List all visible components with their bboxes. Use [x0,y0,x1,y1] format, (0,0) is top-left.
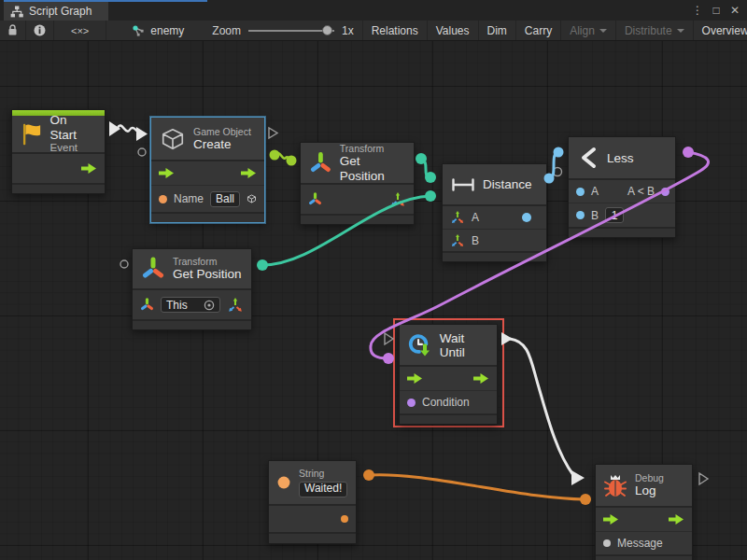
node-category: Transform [173,256,242,267]
node-category: Game Object [193,126,251,137]
node-on-start[interactable]: On Start Event [11,109,106,194]
node-get-position-top[interactable]: Transform Get Position [300,142,415,225]
less-input-b-port[interactable] [576,211,585,219]
node-create[interactable]: Game Object Create Name Ba [150,117,265,223]
tab-script-graph[interactable]: Script Graph [4,2,108,21]
zoom-label: Zoom [212,24,241,37]
bug-icon [603,473,627,498]
node-footer [443,253,546,261]
window-controls: ⋮ □ ✕ [690,0,747,21]
gameobject-output-port[interactable] [247,191,257,206]
node-wait-until[interactable]: Wait Until Condition [399,324,498,425]
node-header: Less [569,137,675,178]
port-a-label: A [472,211,479,224]
distance-output-port[interactable] [522,213,531,222]
node-category: Debug [635,472,664,483]
transform-input-port[interactable] [308,192,322,206]
toolbar-spacer [106,21,123,40]
values-button[interactable]: Values [428,21,479,40]
node-title: On Start [50,113,96,142]
control-output-port[interactable] [669,513,684,525]
control-input-port[interactable] [159,167,175,179]
code-icon: <×> [71,25,89,36]
b-value-field[interactable]: 1 [605,207,624,223]
node-header: On Start Event [12,116,105,152]
name-port-label: Name [174,192,204,205]
graph-node-icon [132,24,145,37]
distribute-label: Distribute [625,24,672,37]
node-category: Transform [340,143,405,154]
control-input-port[interactable] [603,513,619,525]
control-output-port[interactable] [473,372,489,385]
node-title: Distance [483,177,532,191]
overview-button[interactable]: Overview [694,21,747,40]
control-input-port[interactable] [407,372,423,385]
port-b-label: B [591,209,599,222]
lock-button[interactable] [0,21,26,40]
maximize-icon[interactable]: □ [709,2,724,19]
zoom-slider-handle[interactable] [322,25,332,35]
node-subtitle: Event [50,142,96,154]
node-header: Game Object Create [151,118,264,160]
string-output-port[interactable] [341,515,348,523]
vector3-input-port-b[interactable] [450,233,465,248]
control-output-port[interactable] [241,167,257,179]
graph-hierarchy-icon [10,6,23,18]
node-header: String Waited! [269,461,356,504]
node-title: Get Position [173,267,242,282]
name-value-text: Ball [216,192,234,205]
cube-icon [160,126,186,152]
distribute-dropdown[interactable]: Distribute [616,21,694,40]
name-input-port[interactable] [159,195,167,203]
object-picker-icon[interactable] [204,300,215,311]
transform-input-port[interactable] [140,298,154,312]
node-header: Wait Until [400,325,497,365]
b-value-text: 1 [612,209,618,222]
flag-icon [21,122,43,147]
less-input-a-port[interactable] [576,188,585,196]
close-icon[interactable]: ✕ [727,2,742,19]
menu-icon[interactable]: ⋮ [690,2,705,19]
comparison-output-label: A < B [627,185,655,198]
info-button[interactable] [26,21,54,40]
control-output-port[interactable] [81,162,97,175]
name-value-field[interactable]: Ball [210,191,240,207]
target-field[interactable]: This [161,297,220,313]
node-get-position-bottom[interactable]: Transform Get Position This [132,248,252,330]
node-string[interactable]: String Waited! [268,460,357,544]
tab-title: Script Graph [29,5,92,18]
vector3-output-port[interactable] [227,297,244,314]
chevron-down-icon [677,29,684,33]
node-footer [12,185,105,193]
less-output-port[interactable] [661,188,669,196]
vector3-input-port-a[interactable] [450,210,465,225]
code-view-button[interactable]: <×> [54,21,106,40]
node-distance[interactable]: Distance A [442,163,547,262]
zoom-value: 1x [342,24,354,37]
node-less[interactable]: Less A A < B B 1 [568,136,676,238]
zoom-slider[interactable] [248,30,334,32]
transform-icon [141,257,165,281]
condition-label: Condition [422,396,470,409]
dim-button[interactable]: Dim [479,21,516,40]
node-footer [400,415,497,424]
vector3-output-port[interactable] [389,191,406,208]
carry-button[interactable]: Carry [516,21,561,40]
graph-canvas[interactable]: On Start Event Game Object [0,41,747,560]
node-title: Create [193,137,251,152]
condition-input-port[interactable] [407,399,416,407]
node-debug-log[interactable]: Debug Log Message [595,464,693,560]
node-footer [301,216,414,224]
node-footer [596,556,692,560]
node-category: String [299,468,347,479]
relations-button[interactable]: Relations [363,21,428,40]
target-value-text: This [166,299,188,312]
node-header: Transform Get Position [133,249,251,288]
align-dropdown[interactable]: Align [561,21,616,40]
message-input-port[interactable] [603,539,611,547]
node-footer [269,534,356,543]
string-value-field[interactable]: Waited! [299,482,347,497]
graph-breadcrumb[interactable]: enemy [123,21,192,40]
distance-icon [451,178,475,191]
info-icon [34,24,46,36]
